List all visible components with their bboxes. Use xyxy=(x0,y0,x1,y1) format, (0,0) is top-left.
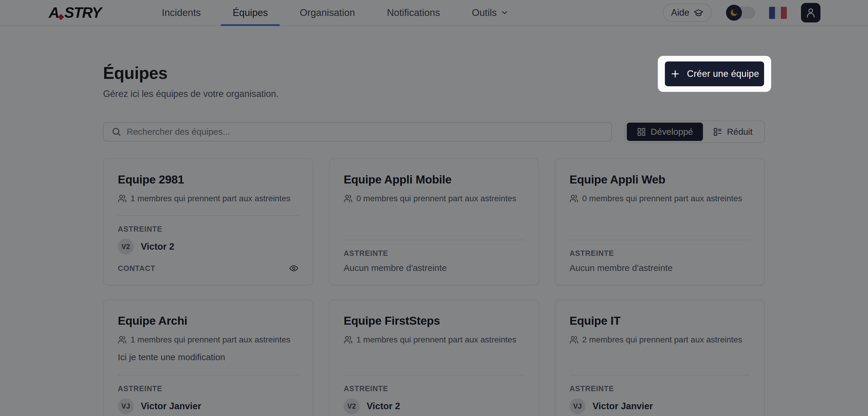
tour-spotlight: Créer une équipe xyxy=(658,56,771,92)
plus-icon xyxy=(670,68,681,79)
create-team-label: Créer une équipe xyxy=(687,68,759,79)
create-team-button[interactable]: Créer une équipe xyxy=(665,61,764,86)
